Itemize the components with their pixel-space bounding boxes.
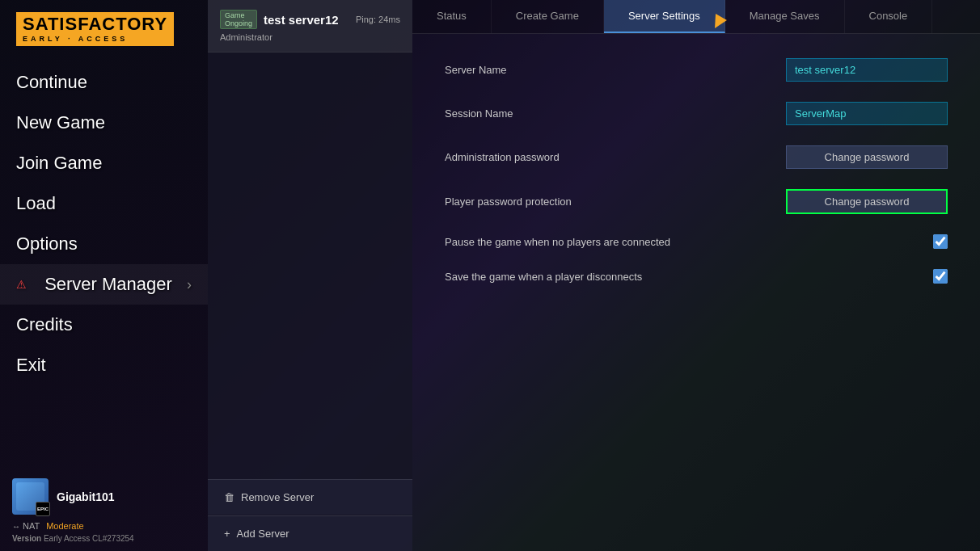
server-name-input[interactable] xyxy=(786,58,948,82)
add-server-button[interactable]: + Add Server xyxy=(208,515,412,551)
remove-server-button[interactable]: 🗑 Remove Server xyxy=(208,479,412,515)
nav-join-game-label: Join Game xyxy=(16,153,102,174)
version-label: Version xyxy=(12,534,41,543)
server-status-value: Ongoing xyxy=(225,19,252,27)
player-password-label: Player password protection xyxy=(445,196,786,208)
main-content: GameOngoing test server12 Ping: 24ms Adm… xyxy=(208,0,980,551)
pause-game-row: Pause the game when no players are conne… xyxy=(445,234,948,249)
server-status-label: Game xyxy=(225,11,245,19)
sidebar-item-new-game[interactable]: New Game xyxy=(0,103,208,143)
tab-console[interactable]: Console xyxy=(845,0,933,33)
nav-menu: Continue New Game Join Game Load Options… xyxy=(0,54,208,470)
player-change-password-label: Change password xyxy=(825,196,910,208)
nav-new-game-label: New Game xyxy=(16,112,105,133)
nat-status: Moderate xyxy=(46,521,83,531)
sidebar-item-options[interactable]: Options xyxy=(0,224,208,264)
player-password-row: Player password protection Change passwo… xyxy=(445,189,948,214)
nat-label: ↔ NAT xyxy=(12,521,40,531)
sidebar-item-load[interactable]: Load xyxy=(0,183,208,224)
save-game-row: Save the game when a player disconnects xyxy=(445,269,948,284)
admin-change-password-button[interactable]: Change password xyxy=(786,145,948,169)
pause-game-checkbox[interactable] xyxy=(933,234,948,249)
server-name-field-label: Server Name xyxy=(445,64,786,76)
nav-server-manager-label: Server Manager xyxy=(44,274,172,295)
tab-bar: Status Create Game Server Settings Manag… xyxy=(412,0,980,34)
warning-icon: ⚠ xyxy=(16,278,27,291)
save-game-label: Save the game when a player disconnects xyxy=(445,271,933,283)
add-server-label: Add Server xyxy=(237,528,289,540)
tab-console-label: Console xyxy=(869,10,908,22)
nat-row: ↔ NAT Moderate xyxy=(12,521,196,531)
server-name-row: Server Name xyxy=(445,58,948,82)
server-status-badge: GameOngoing xyxy=(220,10,257,29)
tab-server-settings-label: Server Settings xyxy=(628,10,700,22)
version-row: Version Early Access CL#273254 xyxy=(12,534,196,543)
nat-text: NAT xyxy=(23,521,40,531)
tab-server-settings[interactable]: Server Settings xyxy=(604,0,725,33)
sidebar-item-credits[interactable]: Credits xyxy=(0,305,208,345)
sidebar-bottom: EPIC Gigabit101 ↔ NAT Moderate Version E… xyxy=(0,470,208,551)
admin-password-row: Administration password Change password xyxy=(445,145,948,169)
admin-password-label: Administration password xyxy=(445,151,786,163)
server-name: test server12 xyxy=(264,13,339,27)
nav-continue-label: Continue xyxy=(16,72,87,93)
sidebar-item-continue[interactable]: Continue xyxy=(0,62,208,103)
admin-change-password-label: Change password xyxy=(825,151,910,163)
server-settings-content: Server Name Session Name Administration … xyxy=(412,34,980,551)
nav-exit-label: Exit xyxy=(16,355,46,376)
username: Gigabit101 xyxy=(57,490,115,503)
session-name-input[interactable] xyxy=(786,102,948,125)
tab-status[interactable]: Status xyxy=(412,0,492,33)
logo-text: SATISFACTORY xyxy=(23,15,167,33)
session-name-row: Session Name xyxy=(445,102,948,125)
sidebar-item-server-manager[interactable]: ⚠ Server Manager › xyxy=(0,264,208,305)
player-change-password-button[interactable]: Change password xyxy=(786,189,948,214)
tab-manage-saves-label: Manage Saves xyxy=(750,10,820,22)
chevron-right-icon: › xyxy=(187,276,192,293)
server-ping: Ping: 24ms xyxy=(356,15,400,24)
nat-arrow-icon: ↔ xyxy=(12,522,20,531)
server-panel: GameOngoing test server12 Ping: 24ms Adm… xyxy=(208,0,412,551)
sidebar-item-exit[interactable]: Exit xyxy=(0,345,208,385)
tab-create-game[interactable]: Create Game xyxy=(492,0,604,33)
avatar-container: EPIC xyxy=(12,478,49,515)
pause-game-label: Pause the game when no players are conne… xyxy=(445,236,933,248)
server-list-item[interactable]: GameOngoing test server12 Ping: 24ms Adm… xyxy=(208,0,412,53)
save-game-checkbox[interactable] xyxy=(933,269,948,284)
server-role: Administrator xyxy=(220,32,400,42)
user-info: Gigabit101 xyxy=(57,490,115,503)
user-area: EPIC Gigabit101 xyxy=(12,478,196,515)
server-item-header: GameOngoing test server12 Ping: 24ms xyxy=(220,10,400,29)
epic-games-badge: EPIC xyxy=(36,502,50,516)
tab-manage-saves[interactable]: Manage Saves xyxy=(725,0,845,33)
sidebar: SATISFACTORY EARLY · ACCESS Continue New… xyxy=(0,0,208,551)
logo-subtext: EARLY · ACCESS xyxy=(23,35,167,43)
remove-server-label: Remove Server xyxy=(241,491,314,503)
tab-create-game-label: Create Game xyxy=(516,10,579,22)
tab-status-label: Status xyxy=(437,10,467,22)
session-name-field-label: Session Name xyxy=(445,107,786,120)
logo-area: SATISFACTORY EARLY · ACCESS xyxy=(0,0,208,54)
nav-options-label: Options xyxy=(16,233,78,254)
sidebar-item-join-game[interactable]: Join Game xyxy=(0,143,208,183)
version-value: Early Access CL#273254 xyxy=(44,534,134,543)
nav-load-label: Load xyxy=(16,193,56,214)
right-panel: Status Create Game Server Settings Manag… xyxy=(412,0,980,551)
plus-icon: + xyxy=(224,528,230,540)
server-panel-actions: 🗑 Remove Server + Add Server xyxy=(208,479,412,551)
trash-icon: 🗑 xyxy=(224,491,234,503)
nav-credits-label: Credits xyxy=(16,314,73,335)
logo: SATISFACTORY EARLY · ACCESS xyxy=(16,12,174,46)
